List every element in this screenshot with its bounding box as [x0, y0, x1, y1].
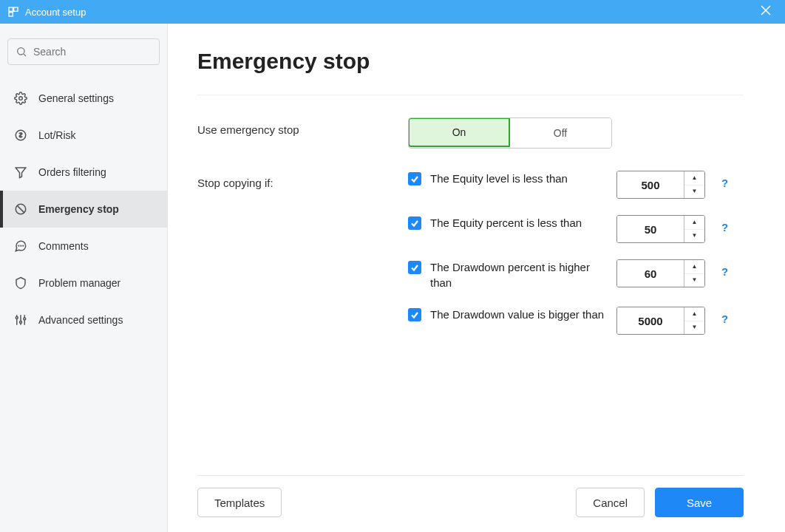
drawdown-percent-help-icon[interactable]: ?: [721, 265, 728, 278]
svg-rect-0: [9, 7, 13, 11]
equity-percent-step-up[interactable]: ▲: [684, 216, 704, 230]
page-heading: Emergency stop: [197, 49, 744, 95]
drawdown-percent-input[interactable]: [617, 260, 684, 287]
equity-percent-input-box: ▲ ▼: [616, 215, 705, 243]
svg-line-11: [17, 205, 24, 213]
condition-equity-level: The Equity level is less than ▲ ▼ ?: [408, 171, 744, 199]
drawdown-value-input[interactable]: [617, 307, 684, 334]
svg-marker-9: [16, 168, 26, 178]
sidebar-item-orders-filtering[interactable]: Orders filtering: [0, 154, 167, 191]
condition-drawdown-value: The Drawdown value is bigger than ▲ ▼ ?: [408, 307, 744, 335]
drawdown-percent-step-up[interactable]: ▲: [684, 260, 704, 274]
titlebar: Account setup: [0, 0, 785, 24]
svg-point-5: [18, 48, 24, 55]
save-button[interactable]: Save: [655, 488, 744, 517]
svg-point-18: [20, 321, 22, 324]
condition-drawdown-percent: The Drawdown percent is higher than ▲ ▼ …: [408, 259, 744, 290]
drawdown-value-step-down[interactable]: ▼: [684, 321, 704, 335]
svg-point-20: [24, 318, 26, 320]
sidebar-item-label: General settings: [38, 92, 114, 104]
sidebar-item-general-settings[interactable]: General settings: [0, 80, 167, 117]
condition-label: The Drawdown percent is higher than: [430, 259, 608, 290]
drawdown-value-help-icon[interactable]: ?: [721, 313, 728, 325]
sidebar-item-label: Lot/Risk: [38, 129, 76, 141]
gear-icon: [13, 92, 28, 105]
stop-icon: [13, 202, 28, 216]
equity-level-input-box: ▲ ▼: [616, 171, 705, 199]
cancel-button[interactable]: Cancel: [576, 488, 645, 517]
condition-label: The Drawdown value is bigger than: [430, 307, 608, 322]
sidebar-item-label: Orders filtering: [38, 166, 106, 178]
sidebar-item-problem-manager[interactable]: Problem manager: [0, 265, 167, 301]
condition-label: The Equity percent is less than: [430, 215, 608, 231]
app-icon: [7, 6, 19, 18]
close-button[interactable]: [754, 5, 778, 18]
equity-percent-input[interactable]: [617, 216, 684, 242]
sidebar-item-advanced-settings[interactable]: Advanced settings: [0, 301, 167, 338]
svg-point-12: [18, 245, 19, 246]
drawdown-value-step-up[interactable]: ▲: [684, 307, 704, 321]
search-input[interactable]: [33, 46, 152, 58]
sidebar-item-label: Advanced settings: [38, 314, 123, 326]
drawdown-percent-checkbox[interactable]: [408, 261, 421, 274]
comment-icon: [13, 239, 28, 253]
templates-button[interactable]: Templates: [197, 488, 282, 517]
equity-level-step-down[interactable]: ▼: [684, 185, 704, 199]
svg-point-7: [19, 97, 23, 100]
emergency-stop-toggle: On Off: [408, 117, 612, 149]
condition-equity-percent: The Equity percent is less than ▲ ▼ ?: [408, 215, 744, 243]
svg-rect-1: [14, 7, 18, 11]
toggle-off-button[interactable]: Off: [509, 118, 611, 148]
equity-level-checkbox[interactable]: [408, 172, 421, 185]
shield-icon: [13, 276, 28, 290]
drawdown-percent-step-down[interactable]: ▼: [684, 274, 704, 287]
drawdown-percent-input-box: ▲ ▼: [616, 259, 705, 287]
footer: Templates Cancel Save: [197, 475, 744, 517]
sidebar-item-label: Comments: [38, 240, 89, 252]
svg-rect-2: [9, 13, 13, 16]
stop-copying-label: Stop copying if:: [197, 171, 408, 189]
sidebar-item-emergency-stop[interactable]: Emergency stop: [0, 191, 167, 228]
search-icon: [16, 46, 27, 58]
svg-point-16: [16, 317, 18, 319]
svg-line-6: [24, 54, 26, 56]
svg-point-13: [21, 245, 21, 246]
drawdown-value-checkbox[interactable]: [408, 308, 421, 321]
toggle-on-button[interactable]: On: [408, 117, 510, 147]
drawdown-value-input-box: ▲ ▼: [616, 307, 705, 335]
equity-level-help-icon[interactable]: ?: [721, 177, 728, 189]
svg-point-14: [23, 245, 24, 246]
equity-percent-step-down[interactable]: ▼: [684, 230, 704, 243]
sidebar-item-label: Problem manager: [38, 277, 120, 289]
sidebar: General settings Lot/Risk Orders filteri…: [0, 24, 168, 532]
search-box[interactable]: [7, 38, 160, 65]
sidebar-item-comments[interactable]: Comments: [0, 228, 167, 265]
use-emergency-stop-label: Use emergency stop: [197, 117, 408, 136]
condition-label: The Equity level is less than: [430, 171, 608, 186]
equity-percent-help-icon[interactable]: ?: [721, 221, 728, 233]
filter-icon: [13, 166, 28, 179]
equity-percent-checkbox[interactable]: [408, 216, 421, 230]
sliders-icon: [13, 313, 28, 327]
dollar-icon: [13, 129, 28, 142]
window-title: Account setup: [25, 7, 754, 18]
equity-level-input[interactable]: [617, 171, 684, 198]
sidebar-item-lot-risk[interactable]: Lot/Risk: [0, 117, 167, 154]
main-panel: Emergency stop Use emergency stop On Off…: [168, 24, 785, 532]
sidebar-item-label: Emergency stop: [38, 203, 119, 215]
equity-level-step-up[interactable]: ▲: [684, 171, 704, 185]
